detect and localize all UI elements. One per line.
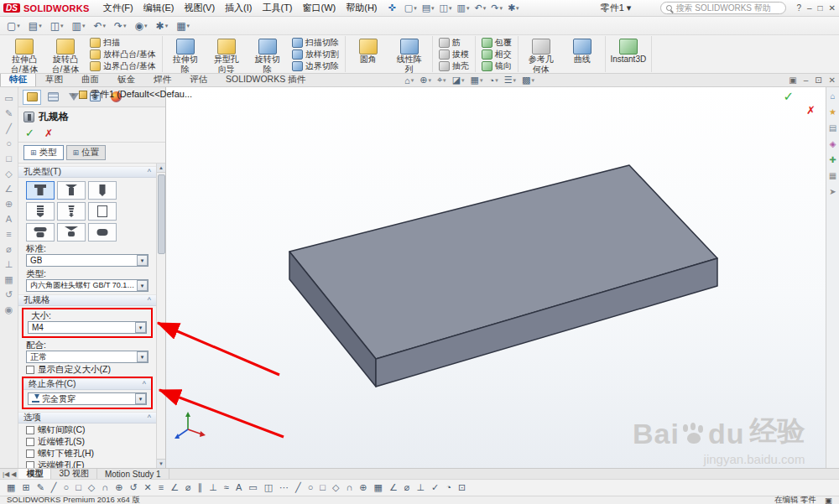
sketch-tool-icon[interactable]: ◔ — [446, 483, 451, 492]
graphics-viewport[interactable]: ✓ ✗ Bai du 经验 jingyan.baidu.com — [166, 87, 826, 468]
tab-sketch[interactable]: 草图 — [36, 72, 72, 86]
linear-pattern-button[interactable]: 线性阵 列 — [389, 36, 430, 72]
chevron-down-icon[interactable]: ▾ — [483, 5, 487, 12]
left-toolbar-icon[interactable]: ⊥ — [5, 260, 13, 269]
tab-sheet-metal[interactable]: 钣金 — [108, 72, 144, 86]
sketch-tool-icon[interactable]: ╱ — [295, 483, 301, 492]
chevron-down-icon[interactable]: ▾ — [480, 77, 483, 84]
quickbar-tool-button[interactable]: ✱ ▾ — [153, 18, 172, 34]
left-toolbar-icon[interactable]: ○ — [6, 139, 12, 148]
sketch-tool-icon[interactable]: ╱ — [51, 483, 57, 492]
chevron-down-icon[interactable]: ▾ — [449, 5, 452, 12]
section-end-condition[interactable]: 终止条件(C) ^ — [23, 378, 151, 390]
option-checkbox[interactable]: 远端锥孔(F) — [26, 460, 149, 468]
tab-surfaces[interactable]: 曲面 — [72, 72, 108, 86]
chevron-down-icon[interactable]: ▾ — [499, 5, 503, 12]
status-icon[interactable]: ▣ — [825, 496, 832, 504]
chevron-down-icon[interactable]: ▾ — [414, 5, 417, 12]
quickbar-tool-button[interactable]: ↷ ▾ — [111, 18, 130, 34]
sketch-tool-icon[interactable]: ∩ — [346, 483, 352, 492]
titlebar-tool-button[interactable]: ▥ ▾ — [455, 3, 472, 13]
tab-features[interactable]: 特征 — [0, 72, 36, 86]
sketch-tool-icon[interactable]: ▦ — [7, 483, 15, 492]
doc-window-button[interactable]: ⊡ — [815, 75, 821, 85]
sketch-tool-icon[interactable]: ⌀ — [404, 483, 410, 492]
quickbar-tool-button[interactable]: ▢ ▾ — [3, 18, 23, 34]
left-toolbar-icon[interactable]: ▦ — [4, 275, 13, 284]
view-tool-button[interactable]: ▩ ▾ — [522, 75, 534, 86]
viewport-ok-button[interactable]: ✓ — [783, 89, 794, 104]
left-toolbar-icon[interactable]: ∠ — [5, 184, 13, 194]
taskpane-icon[interactable]: ◈ — [830, 140, 836, 148]
scroll-down-icon[interactable]: ▼ — [157, 459, 166, 468]
chevron-down-icon[interactable]: ▾ — [60, 23, 64, 29]
collapse-icon[interactable]: ^ — [143, 380, 146, 388]
sketch-tool-icon[interactable]: ▦ — [374, 483, 383, 492]
sketch-tool-icon[interactable]: ⌀ — [185, 483, 191, 492]
hole-type-hole-button[interactable] — [88, 181, 117, 200]
doc-window-button[interactable]: – — [804, 75, 809, 85]
left-toolbar-icon[interactable]: A — [6, 215, 12, 224]
hole-type-straight-tap-button[interactable] — [26, 202, 55, 221]
ribbon-small-button[interactable]: 拔模 — [437, 49, 471, 60]
end-condition-dropdown[interactable]: 完全贯穿 ▾ — [28, 392, 147, 405]
tab-motion-study-1[interactable]: Motion Study 1 — [97, 469, 169, 479]
chevron-down-icon[interactable]: ▾ — [165, 23, 169, 29]
ribbon-small-button[interactable]: 筋 — [437, 37, 471, 49]
quickbar-tool-button[interactable]: ◫ ▾ — [47, 18, 67, 34]
left-toolbar-icon[interactable]: ⊕ — [5, 200, 13, 209]
revolved-cut-button[interactable]: 旋转切 除 — [248, 36, 288, 72]
sketch-tool-icon[interactable]: □ — [76, 483, 81, 492]
taskpane-icon[interactable]: ▦ — [829, 172, 836, 180]
sketch-tool-icon[interactable]: ⊥ — [209, 483, 217, 492]
option-checkbox[interactable]: 螺钉下锥孔(H) — [26, 449, 149, 459]
taskpane-icon[interactable]: ✚ — [829, 156, 836, 164]
quickbar-tool-button[interactable]: ▦ ▾ — [173, 18, 193, 34]
standard-dropdown[interactable]: GB ▾ — [26, 254, 149, 267]
chevron-down-icon[interactable]: ▾ — [135, 393, 146, 404]
menu-item[interactable]: 窗口(W) — [298, 1, 341, 15]
sketch-tool-icon[interactable]: ◫ — [264, 483, 273, 492]
sketch-tool-icon[interactable]: A — [236, 483, 242, 492]
pm-tab-feature-tree[interactable] — [44, 90, 62, 105]
view-tool-button[interactable]: ⊕ ▾ — [420, 75, 431, 86]
hole-type-tapered-tap-button[interactable] — [57, 202, 86, 221]
chevron-down-icon[interactable]: ▾ — [144, 23, 148, 29]
taskpane-icon[interactable]: ★ — [829, 108, 836, 117]
instant3d-button[interactable]: Instant3D — [608, 36, 649, 72]
section-options[interactable]: 选项 ^ — [18, 412, 156, 423]
titlebar-tool-button[interactable]: ▤ ▾ — [420, 3, 437, 13]
chevron-down-icon[interactable]: ▾ — [187, 23, 190, 29]
chevron-down-icon[interactable]: ▾ — [137, 351, 148, 362]
collapse-icon[interactable]: ^ — [148, 168, 151, 176]
chevron-down-icon[interactable]: ▾ — [82, 23, 86, 29]
chevron-down-icon[interactable]: ▾ — [466, 5, 470, 12]
sketch-tool-icon[interactable]: ⊡ — [458, 483, 466, 492]
menu-item[interactable]: 工具(T) — [257, 1, 297, 15]
tab-solidworks-addins[interactable]: SOLIDWORKS 插件 — [216, 72, 315, 86]
taskpane-icon[interactable]: ⌂ — [830, 92, 835, 101]
taskpane-icon[interactable]: ➤ — [829, 188, 836, 196]
option-checkbox[interactable]: 螺钉间隙(C) — [26, 425, 149, 435]
part-3d-model[interactable] — [166, 87, 826, 468]
chevron-down-icon[interactable]: ▾ — [428, 77, 431, 84]
sketch-tool-icon[interactable]: ○ — [308, 483, 314, 492]
sketch-tool-icon[interactable]: ↺ — [129, 483, 137, 492]
doc-window-button[interactable]: ▣ — [789, 75, 796, 85]
chevron-down-icon[interactable]: ▾ — [135, 322, 146, 333]
menu-item[interactable]: 帮助(H) — [341, 1, 382, 15]
hole-type-countersink-button[interactable] — [57, 181, 86, 200]
reference-geometry-button[interactable]: 参考几 何体 — [521, 36, 561, 72]
taskpane-icon[interactable]: ▤ — [829, 124, 836, 132]
left-toolbar-icon[interactable]: ╱ — [6, 124, 12, 133]
close-button[interactable]: ✕ — [829, 3, 836, 13]
chevron-down-icon[interactable]: ▾ — [531, 77, 534, 84]
cancel-button[interactable]: ✗ — [44, 127, 53, 139]
quickbar-tool-button[interactable]: ▥ ▾ — [69, 18, 89, 34]
left-toolbar-icon[interactable]: ◇ — [5, 169, 12, 179]
titlebar-tool-button[interactable]: ◫ ▾ — [437, 3, 455, 13]
minimize-button[interactable]: – — [807, 3, 812, 13]
section-hole-type[interactable]: 孔类型(T) ^ — [18, 166, 156, 178]
hole-type-countersink-slot-button[interactable] — [57, 223, 86, 242]
panel-scrollbar[interactable]: ▲ ▼ — [156, 164, 165, 468]
